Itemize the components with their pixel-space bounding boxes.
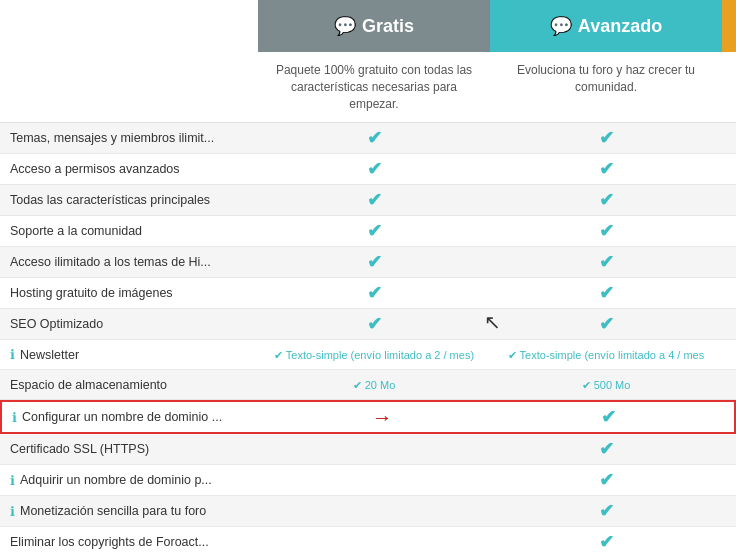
check-icon: ✔ <box>601 407 616 427</box>
header-row: 💬 Gratis 💬 Avanzado <box>0 0 736 52</box>
feature-row: SEO Optimizado✔✔ <box>0 309 736 340</box>
feature-label-text: Certificado SSL (HTTPS) <box>10 442 149 456</box>
check-icon: ✔ <box>367 221 382 241</box>
feature-avanzado-cell: ✔ <box>490 216 722 246</box>
feature-avanzado-cell: ✔ <box>490 154 722 184</box>
gratis-icon: 💬 <box>334 15 356 37</box>
info-icon[interactable]: ℹ <box>10 473 15 488</box>
check-text: ✔ 500 Mo <box>582 379 631 391</box>
feature-label-text: Adquirir un nombre de dominio p... <box>20 473 212 487</box>
arrow-indicator: → <box>372 406 392 429</box>
check-icon: ✔ <box>599 314 614 334</box>
feature-row: Eliminar los copyrights de Foroact...✔ <box>0 527 736 552</box>
extra-header <box>722 0 736 52</box>
check-icon: ✔ <box>599 252 614 272</box>
feature-row: Acceso ilimitado a los temas de Hi...✔✔ <box>0 247 736 278</box>
check-icon: ✔ <box>599 283 614 303</box>
feature-label-text: Configurar un nombre de dominio ... <box>22 410 222 424</box>
feature-gratis-cell <box>258 538 490 546</box>
check-icon: ✔ <box>599 159 614 179</box>
feature-avanzado-cell: ✔ <box>490 496 722 526</box>
check-icon: ✔ <box>599 439 614 459</box>
check-icon: ✔ <box>367 283 382 303</box>
feature-label-cell: Soporte a la comunidad <box>0 218 258 244</box>
feature-row: ℹNewsletter✔ Texto-simple (envío limitad… <box>0 340 736 370</box>
check-icon: ✔ <box>367 252 382 272</box>
check-icon: ✔ <box>599 470 614 490</box>
feature-label-cell: ℹMonetización sencilla para tu foro <box>0 498 258 525</box>
avanzado-label: Avanzado <box>578 16 662 37</box>
feature-label-text: Acceso ilimitado a los temas de Hi... <box>10 255 211 269</box>
check-icon: ✔ <box>599 221 614 241</box>
feature-gratis-cell <box>258 476 490 484</box>
gratis-header: 💬 Gratis <box>258 0 490 52</box>
feature-row: Soporte a la comunidad✔✔ <box>0 216 736 247</box>
check-text: ✔ Texto-simple (envío limitado a 4 / mes <box>508 349 704 361</box>
feature-label-cell: ℹNewsletter <box>0 341 258 368</box>
feature-gratis-cell: ✔ Texto-simple (envío limitado a 2 / mes… <box>258 344 490 366</box>
feature-label-cell: Acceso a permisos avanzados <box>0 156 258 182</box>
header-spacer <box>0 0 258 52</box>
feature-label-text: Temas, mensajes y miembros ilimit... <box>10 131 214 145</box>
gratis-label: Gratis <box>362 16 414 37</box>
feature-avanzado-cell: ✔ <box>490 247 722 277</box>
feature-avanzado-cell: ✔ <box>490 434 722 464</box>
feature-label-text: Eliminar los copyrights de Foroact... <box>10 535 209 549</box>
feature-label-cell: Temas, mensajes y miembros ilimit... <box>0 125 258 151</box>
subtitle-row: Paquete 100% gratuito con todas las cara… <box>0 52 736 123</box>
feature-avanzado-cell: ✔ 500 Mo <box>490 374 722 396</box>
feature-gratis-cell <box>258 507 490 515</box>
feature-gratis-cell: ✔ <box>258 216 490 246</box>
check-icon: ✔ <box>599 532 614 552</box>
feature-avanzado-cell: ✔ <box>490 278 722 308</box>
feature-label-cell: Todas las características principales <box>0 187 258 213</box>
feature-gratis-cell: ✔ <box>258 123 490 153</box>
check-icon: ✔ <box>367 314 382 334</box>
feature-gratis-cell: ✔ <box>258 278 490 308</box>
avanzado-icon: 💬 <box>550 15 572 37</box>
info-icon[interactable]: ℹ <box>10 347 15 362</box>
feature-gratis-cell: ✔ <box>258 309 490 339</box>
feature-label-text: Monetización sencilla para tu foro <box>20 504 206 518</box>
check-icon: ✔ <box>599 190 614 210</box>
info-icon[interactable]: ℹ <box>12 410 17 425</box>
feature-gratis-cell <box>258 445 490 453</box>
pricing-table: 💬 Gratis 💬 Avanzado Paquete 100% gratuit… <box>0 0 736 552</box>
avanzado-header: 💬 Avanzado <box>490 0 722 52</box>
feature-avanzado-cell: ✔ <box>492 402 724 432</box>
feature-row: Todas las características principales✔✔ <box>0 185 736 216</box>
feature-row: ℹAdquirir un nombre de dominio p...✔ <box>0 465 736 496</box>
feature-avanzado-cell: ✔ <box>490 309 722 339</box>
feature-label-text: Todas las características principales <box>10 193 210 207</box>
feature-label-cell: Hosting gratuito de imágenes <box>0 280 258 306</box>
feature-avanzado-cell: ✔ Texto-simple (envío limitado a 4 / mes <box>490 344 722 366</box>
feature-label-cell: SEO Optimizado <box>0 311 258 337</box>
info-icon[interactable]: ℹ <box>10 504 15 519</box>
feature-label-cell: Acceso ilimitado a los temas de Hi... <box>0 249 258 275</box>
feature-label-cell: Espacio de almacenamiento <box>0 372 258 398</box>
feature-row: Espacio de almacenamiento✔ 20 Mo✔ 500 Mo <box>0 370 736 400</box>
avanzado-subtitle: Evoluciona tu foro y haz crecer tu comun… <box>490 52 722 122</box>
feature-row: Hosting gratuito de imágenes✔✔ <box>0 278 736 309</box>
check-icon: ✔ <box>599 501 614 521</box>
features-container: Temas, mensajes y miembros ilimit...✔✔Ac… <box>0 123 736 552</box>
check-icon: ✔ <box>599 128 614 148</box>
feature-label-text: Soporte a la comunidad <box>10 224 142 238</box>
feature-row: Acceso a permisos avanzados✔✔ <box>0 154 736 185</box>
check-icon: ✔ <box>367 190 382 210</box>
feature-row: Certificado SSL (HTTPS)✔ <box>0 434 736 465</box>
feature-avanzado-cell: ✔ <box>490 465 722 495</box>
check-text: ✔ Texto-simple (envío limitado a 2 / mes… <box>274 349 474 361</box>
feature-label-cell: Certificado SSL (HTTPS) <box>0 436 258 462</box>
feature-label-text: Acceso a permisos avanzados <box>10 162 180 176</box>
feature-row: ℹConfigurar un nombre de dominio ...✔→ <box>0 400 736 434</box>
subtitle-spacer <box>0 52 258 122</box>
check-text: ✔ 20 Mo <box>353 379 396 391</box>
feature-gratis-cell: ✔ 20 Mo <box>258 374 490 396</box>
feature-avanzado-cell: ✔ <box>490 123 722 153</box>
feature-label-text: Hosting gratuito de imágenes <box>10 286 173 300</box>
feature-label-cell: ℹConfigurar un nombre de dominio ... <box>2 404 260 431</box>
feature-label-text: Espacio de almacenamiento <box>10 378 167 392</box>
feature-avanzado-cell: ✔ <box>490 185 722 215</box>
feature-avanzado-cell: ✔ <box>490 527 722 552</box>
